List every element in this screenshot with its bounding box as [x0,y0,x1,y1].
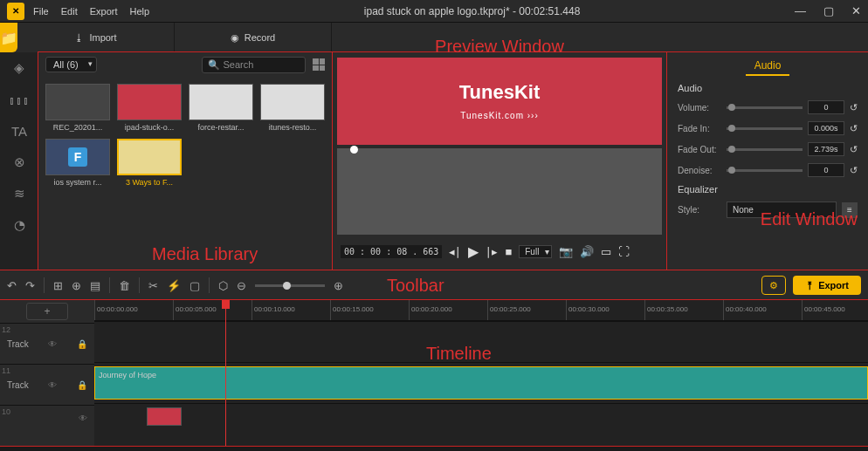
play-button[interactable]: ▶ [468,243,479,260]
media-item[interactable]: ipad-stuck-o... [117,84,182,132]
eye-icon[interactable]: 👁 [48,380,57,390]
fadein-value[interactable]: 0.000s [808,121,844,135]
media-item[interactable]: itunes-resto... [260,84,325,132]
fullscreen-icon[interactable]: ⛶ [618,245,630,258]
effects-icon[interactable]: ⊗ [0,147,38,178]
volume-icon[interactable]: 🔊 [580,245,594,258]
app-logo: ✕ [7,3,24,20]
menu-help[interactable]: Help [130,6,150,17]
media-grid: REC_20201... ipad-stuck-o... force-resta… [38,77,332,194]
close-button[interactable]: ✕ [851,4,861,17]
volume-slider[interactable] [727,106,803,109]
redo-button[interactable]: ↷ [25,279,35,292]
grid-view-icon[interactable] [313,58,325,71]
import-icon: ⭳ [74,32,84,43]
import-clip-button[interactable]: ⊞ [53,279,63,292]
layers-button[interactable]: ▤ [90,279,100,292]
aspect-icon[interactable]: ▭ [601,245,611,258]
window-title: ipad stuck on apple logo.tkproj* - 00:02… [149,5,795,17]
audio-icon[interactable]: ⫾⫾⫾ [0,84,38,115]
eye-icon[interactable]: 👁 [48,339,57,349]
prev-frame-button[interactable]: ◂∣ [449,245,461,258]
denoise-slider[interactable] [727,169,803,172]
main-area: ◈ ⫾⫾⫾ TA ⊗ ≋ ◔ All (6) 🔍 Search REC_2020… [0,52,868,270]
record-button[interactable]: ◉ Record [175,23,332,52]
media-filter-dropdown[interactable]: All (6) [45,57,97,72]
preview-controls: 00 : 00 : 08 . 663 ◂∣ ▶ ∣▸ ■ Full 📷 🔊 ▭ … [337,238,662,265]
folder-icon[interactable]: 📁 [0,23,17,52]
reset-icon[interactable]: ↺ [850,144,858,155]
overlay-icon[interactable]: ◔ [0,209,38,241]
menu-export[interactable]: Export [90,6,118,17]
audio-clip[interactable]: Journey of Hope [94,366,868,400]
track-header[interactable]: 11Track👁🔒 [0,364,94,405]
zoom-slider[interactable] [255,284,325,287]
equalizer-button[interactable]: ≡ [842,202,858,218]
section-audio-label: Audio [678,83,858,93]
quality-dropdown[interactable]: Full [519,245,552,258]
lock-icon[interactable]: 🔒 [77,380,87,390]
speed-button[interactable]: ⚡ [167,279,181,292]
menu-edit[interactable]: Edit [61,6,78,17]
track-row[interactable] [94,403,868,429]
delete-button[interactable]: 🗑 [119,279,130,292]
menu-file[interactable]: File [33,6,49,17]
snapshot-icon[interactable]: 📷 [559,245,573,258]
next-frame-button[interactable]: ∣▸ [486,245,498,258]
track-row[interactable]: Journey of Hope [94,362,868,403]
preview-title: TunesKit [459,81,540,104]
track-row[interactable] [94,321,868,362]
lock-icon[interactable]: 🔒 [77,339,87,349]
reset-icon[interactable]: ↺ [850,102,858,113]
annotation-media: Media Library [152,244,258,264]
media-item[interactable]: force-restar... [189,84,253,132]
track-header[interactable]: 10👁 [0,405,94,431]
fadeout-value[interactable]: 2.739s [808,142,844,156]
denoise-value[interactable]: 0 [808,163,844,177]
cut-button[interactable]: ✂ [148,279,158,292]
add-track-button[interactable]: + [26,303,68,320]
crop-button[interactable]: ▢ [189,279,200,292]
preview-canvas[interactable]: TunesKit TunesKit.com ››› [337,58,662,145]
top-actions-bar: 📁 ⭳ Import ◉ Record [0,23,868,52]
media-item[interactable]: Fios system r... [45,139,110,187]
reset-icon[interactable]: ↺ [850,165,858,176]
track-header[interactable]: 12Track👁🔒 [0,323,94,364]
media-item[interactable]: 3 Ways to F... [117,139,182,187]
main-menu: File Edit Export Help [33,6,149,17]
transitions-icon[interactable]: ≋ [0,178,38,209]
timeline-body[interactable]: 00:00:00.00000:00:05.00000:00:10.00000:0… [94,300,868,446]
reset-icon[interactable]: ↺ [850,123,858,134]
eye-icon[interactable]: 👁 [79,413,87,423]
zoom-out-button[interactable]: ⊖ [237,279,246,292]
zoom-in-button[interactable]: ⊕ [334,279,343,292]
audio-tab[interactable]: Audio [746,59,789,76]
toolbar: ↶ ↷ ⊞ ⊕ ▤ 🗑 ✂ ⚡ ▢ ⬡ ⊖ ⊕ Toolbar ⚙ ⭱Expor… [0,270,868,300]
media-item[interactable]: REC_20201... [45,84,110,132]
export-settings-button[interactable]: ⚙ [761,276,786,295]
stop-button[interactable]: ■ [505,245,512,258]
search-input[interactable]: 🔍 Search [202,57,306,73]
minimize-button[interactable]: — [795,4,806,17]
volume-value[interactable]: 0 [808,100,844,114]
fadeout-slider[interactable] [727,148,803,151]
style-select[interactable]: None [727,202,837,218]
import-button[interactable]: ⭳ Import [17,23,175,52]
add-button[interactable]: ⊕ [72,279,81,292]
export-icon: ⭱ [805,280,815,290]
video-clip[interactable] [147,407,182,426]
layers-icon[interactable]: ◈ [0,52,38,84]
sidebar: ◈ ⫾⫾⫾ TA ⊗ ≋ ◔ [0,52,38,270]
track-headers: + 12Track👁🔒 11Track👁🔒 10👁 [0,300,94,446]
maximize-button[interactable]: ▢ [823,4,834,17]
text-icon[interactable]: TA [0,115,38,147]
edit-panel: Audio Audio Volume:0↺ Fade In:0.000s↺ Fa… [667,52,868,270]
undo-button[interactable]: ↶ [7,279,17,292]
timeline-ruler[interactable]: 00:00:00.00000:00:05.00000:00:10.00000:0… [94,300,868,321]
marker-button[interactable]: ⬡ [218,279,228,292]
preview-subtitle: TunesKit.com ››› [460,111,539,120]
export-button[interactable]: ⭱Export [793,276,861,295]
preview-scrubber[interactable] [337,148,662,236]
fadein-slider[interactable] [727,127,803,130]
playhead[interactable] [225,300,226,446]
